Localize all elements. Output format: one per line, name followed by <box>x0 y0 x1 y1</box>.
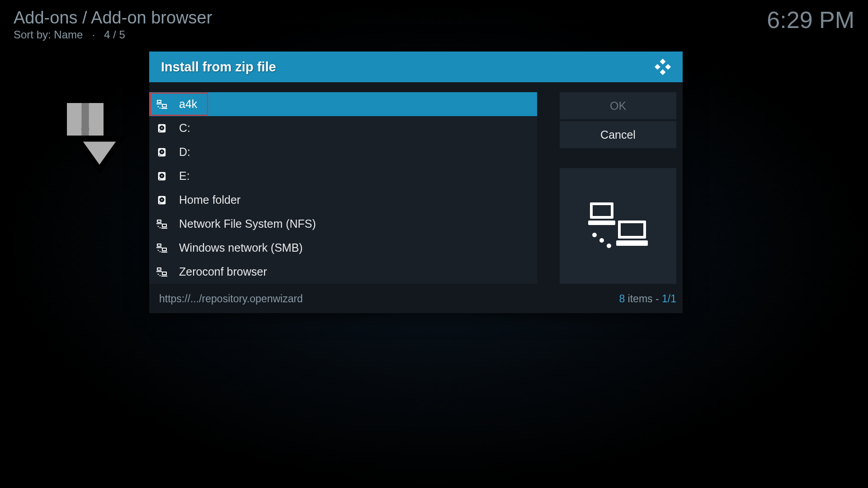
network-icon <box>156 219 167 230</box>
svg-point-26 <box>159 178 160 179</box>
svg-point-46 <box>160 251 161 252</box>
svg-rect-36 <box>161 228 167 229</box>
svg-point-17 <box>161 127 163 128</box>
breadcrumb: Add-ons / Add-on browser <box>14 8 854 28</box>
svg-rect-43 <box>163 249 166 250</box>
footer-page: 1/1 <box>662 293 676 305</box>
file-row-zeroconf-browser[interactable]: Zeroconf browser <box>149 260 537 284</box>
svg-point-21 <box>161 151 163 152</box>
file-list: a4kC:D:E:Home folderNetwork File System … <box>149 92 537 284</box>
svg-rect-32 <box>158 221 160 222</box>
svg-rect-56 <box>593 205 611 216</box>
svg-rect-60 <box>616 240 648 246</box>
svg-rect-44 <box>161 252 167 253</box>
install-from-zip-dialog: Install from zip file a4kC:D:E:Home fold… <box>149 52 683 313</box>
file-row-a4k[interactable]: a4k <box>149 92 537 116</box>
svg-point-37 <box>158 225 159 227</box>
svg-rect-41 <box>156 247 162 248</box>
cancel-button[interactable]: Cancel <box>560 121 676 148</box>
svg-point-25 <box>161 175 163 176</box>
svg-rect-49 <box>156 271 162 272</box>
network-computers-icon <box>586 199 650 253</box>
svg-rect-40 <box>158 244 160 246</box>
svg-rect-11 <box>163 105 166 107</box>
svg-rect-57 <box>588 221 615 225</box>
sort-label: Sort by: Name <box>14 28 83 41</box>
svg-point-45 <box>158 249 159 251</box>
svg-rect-35 <box>163 225 166 226</box>
file-row-label: E: <box>179 169 190 183</box>
svg-point-53 <box>158 273 159 275</box>
svg-rect-4 <box>655 64 660 70</box>
footer-count-num: 8 <box>619 293 625 305</box>
svg-point-38 <box>160 227 161 228</box>
file-row-c-[interactable]: C: <box>149 116 537 140</box>
svg-rect-5 <box>665 64 671 70</box>
dialog-header: Install from zip file <box>149 52 683 82</box>
drive-icon <box>156 123 167 134</box>
clock: 6:29 PM <box>767 6 854 33</box>
svg-rect-51 <box>163 272 166 274</box>
file-row-label: C: <box>179 122 190 135</box>
file-row-label: Network File System (NFS) <box>179 217 316 230</box>
footer-count-text: items - <box>625 293 662 305</box>
svg-point-13 <box>158 106 159 107</box>
svg-rect-52 <box>161 276 167 277</box>
file-row-windows-network-smb-[interactable]: Windows network (SMB) <box>149 236 537 260</box>
svg-rect-12 <box>161 108 167 109</box>
file-row-label: Home folder <box>179 193 241 206</box>
ok-button[interactable]: OK <box>560 92 676 119</box>
svg-point-14 <box>160 107 161 108</box>
file-row-network-file-system-nfs-[interactable]: Network File System (NFS) <box>149 212 537 236</box>
svg-point-63 <box>607 244 611 248</box>
svg-rect-59 <box>621 223 643 236</box>
file-row-label: a4k <box>179 98 197 111</box>
file-row-d-[interactable]: D: <box>149 140 537 164</box>
svg-rect-8 <box>158 101 160 102</box>
drive-icon <box>156 195 167 206</box>
kodi-logo-icon <box>655 59 671 75</box>
zip-install-icon <box>59 95 140 176</box>
footer-count: 8 items - 1/1 <box>619 293 676 305</box>
file-row-home-folder[interactable]: Home folder <box>149 188 537 212</box>
svg-point-2 <box>81 125 90 133</box>
svg-rect-6 <box>660 69 666 75</box>
svg-point-54 <box>160 275 161 276</box>
svg-point-61 <box>592 233 597 237</box>
svg-rect-9 <box>156 103 162 104</box>
file-row-e-[interactable]: E: <box>149 164 537 188</box>
side-panel: OK Cancel <box>560 92 676 284</box>
drive-icon <box>156 171 167 182</box>
footer-path: https://.../repository.openwizard <box>159 293 303 305</box>
svg-point-62 <box>599 238 604 243</box>
sort-line: Sort by: Name · 4 / 5 <box>14 28 854 41</box>
network-icon <box>156 99 167 110</box>
dialog-footer: https://.../repository.openwizard 8 item… <box>149 289 683 313</box>
file-row-label: Windows network (SMB) <box>179 241 303 254</box>
svg-rect-33 <box>156 223 162 224</box>
drive-icon <box>156 147 167 158</box>
svg-rect-48 <box>158 268 160 270</box>
svg-point-22 <box>159 155 160 155</box>
svg-point-30 <box>159 202 160 203</box>
svg-rect-3 <box>660 59 666 65</box>
sort-separator: · <box>86 28 101 41</box>
file-row-label: D: <box>179 145 190 159</box>
file-row-label: Zeroconf browser <box>179 265 267 278</box>
dialog-title: Install from zip file <box>161 60 276 75</box>
network-icon <box>156 243 167 253</box>
sort-position: 4 / 5 <box>104 28 125 41</box>
network-icon <box>156 267 167 277</box>
svg-point-18 <box>159 131 160 131</box>
svg-point-29 <box>161 199 163 200</box>
preview-box <box>560 168 676 284</box>
